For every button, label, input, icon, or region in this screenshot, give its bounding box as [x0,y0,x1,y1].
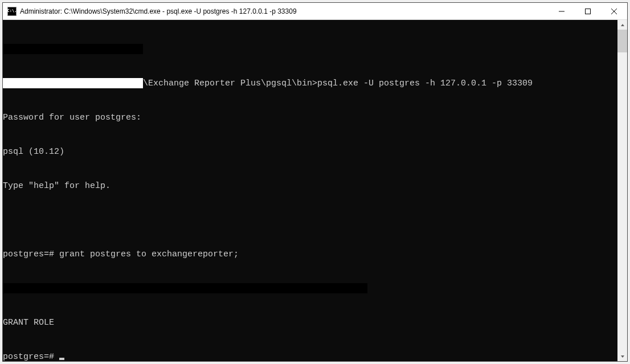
terminal-line: postgres=# grant postgres to exchangerep… [3,249,617,260]
scroll-thumb[interactable] [617,30,627,52]
scroll-track[interactable] [617,30,627,351]
cmd-window: C:\. Administrator: C:\Windows\System32\… [2,2,628,362]
scroll-down-button[interactable] [617,351,627,361]
terminal-line: \Exchange Reporter Plus\pgsql\bin>psql.e… [3,78,617,89]
cmd-icon-text: C:\. [7,9,17,13]
terminal-text: \Exchange Reporter Plus\pgsql\bin>psql.e… [143,79,533,88]
chevron-up-icon [620,23,625,27]
maximize-button[interactable] [575,3,601,19]
titlebar[interactable]: C:\. Administrator: C:\Windows\System32\… [3,3,627,20]
redacted-block [3,78,143,88]
content-area: \Exchange Reporter Plus\pgsql\bin>psql.e… [3,20,627,361]
svg-marker-4 [621,24,624,26]
terminal-text: Type "help" for help. [3,181,111,191]
close-icon [611,8,617,15]
terminal-line: Password for user postgres: [3,112,617,124]
redacted-block [3,44,143,54]
prompt-text: postgres=# [3,250,59,259]
terminal-line [3,44,617,55]
cursor [59,358,64,360]
terminal-line [3,215,617,226]
terminal-text: psql (10.12) [3,147,64,157]
close-button[interactable] [601,3,627,19]
window-title: Administrator: C:\Windows\System32\cmd.e… [20,7,549,15]
command-text: grant postgres to exchangereporter; [59,250,239,259]
terminal-text: Password for user postgres: [3,113,141,122]
minimize-icon [559,9,564,14]
redacted-block [3,283,367,293]
minimize-button[interactable] [549,3,575,19]
svg-rect-1 [586,9,591,14]
terminal-line: psql (10.12) [3,146,617,158]
chevron-down-icon [620,354,625,359]
window-controls [549,3,627,19]
terminal-line [3,283,617,295]
terminal-line: GRANT ROLE [3,317,617,329]
vertical-scrollbar[interactable] [617,20,627,361]
maximize-icon [585,9,591,14]
terminal-line: Type "help" for help. [3,181,617,192]
terminal-text: GRANT ROLE [3,318,54,328]
prompt-text: postgres=# [3,352,59,361]
terminal-output[interactable]: \Exchange Reporter Plus\pgsql\bin>psql.e… [3,20,617,361]
cmd-icon: C:\. [7,7,17,16]
scroll-up-button[interactable] [617,20,627,30]
svg-marker-5 [621,355,624,358]
terminal-line: postgres=# [3,351,617,361]
